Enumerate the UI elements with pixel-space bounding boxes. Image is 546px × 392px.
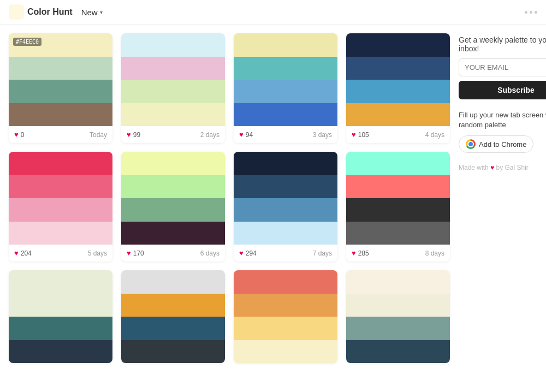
color-strip-1 [346,294,450,317]
nav-new[interactable]: New ▾ [81,8,103,17]
newsletter-title: Get a weekly palette to your inbox! [459,35,546,53]
color-strip-1 [234,57,337,80]
palette-card[interactable] [121,270,225,363]
heart-icon: ♥ [352,249,356,257]
color-strip-0 [9,152,112,175]
heart-icon: ♥ [352,130,356,139]
header: 👑 Color Hunt New ▾ [0,0,546,25]
heart-icon: ♥ [14,249,19,257]
color-strip-1 [234,294,337,317]
likes-count: 204 [21,250,32,257]
palette-colors [346,152,450,245]
color-strip-2 [121,198,225,222]
heart-icon: ♥ [239,249,244,257]
likes-count: 0 [21,131,25,139]
chrome-section-title: Fill up your new tab screen with a rando… [459,110,546,130]
nav-new-label: New [81,8,98,17]
palette-card[interactable] [234,270,337,363]
color-strip-3 [234,222,337,245]
color-strip-0 [121,33,225,57]
color-strip-2 [346,198,450,222]
color-strip-2 [9,80,112,103]
dot-3 [535,11,537,14]
likes-count: 94 [246,131,253,139]
color-strip-2 [121,317,225,340]
palette-date: 6 days [200,250,219,257]
add-to-chrome-button[interactable]: Add to Chrome [459,135,533,153]
palette-likes: ♥105 [352,130,369,139]
chrome-btn-label: Add to Chrome [479,140,526,149]
palette-card[interactable]: ♥2858 days [346,152,450,262]
color-strip-0 [346,270,450,294]
color-strip-3 [121,103,225,127]
logo-area[interactable]: 👑 Color Hunt [9,4,73,20]
palette-date: 5 days [88,250,107,257]
palette-colors [121,270,225,363]
color-strip-2 [346,317,450,340]
color-strip-0 [346,152,450,175]
palette-card[interactable]: ♥992 days [121,33,225,143]
palette-meta: ♥943 days [234,126,337,143]
palette-date: 8 days [425,250,444,257]
email-input[interactable] [459,58,546,76]
heart-icon: ♥ [127,249,131,257]
header-dots [525,11,537,14]
color-strip-1 [9,294,112,317]
palette-colors [234,270,337,363]
color-strip-1 [9,57,112,80]
palette-meta: ♥1706 days [121,245,225,262]
footer-text: Made with ♥ by Gal Shir [459,164,546,171]
palette-card[interactable]: ♥2947 days [234,152,337,262]
palette-likes: ♥285 [352,249,369,257]
color-strip-2 [234,198,337,222]
color-strip-3 [9,222,112,245]
palette-date: Today [90,131,107,139]
color-strip-2 [9,198,112,222]
palette-meta: ♥992 days [121,126,225,143]
dot-2 [530,11,532,14]
color-strip-2 [9,317,112,340]
palette-colors [9,270,112,363]
heart-icon: ♥ [239,130,244,139]
color-strip-2 [346,80,450,103]
color-strip-0 [9,270,112,294]
palette-likes: ♥99 [127,130,140,139]
color-strip-3 [234,340,337,364]
palette-date: 3 days [313,131,332,139]
likes-count: 170 [133,250,144,257]
palette-card[interactable]: ♥2045 days [9,152,112,262]
color-strip-2 [121,80,225,103]
likes-count: 99 [133,131,140,139]
color-strip-1 [9,175,112,199]
logo-icon: 👑 [9,4,24,20]
palette-meta: ♥2045 days [9,245,112,262]
palette-card[interactable]: ♥1054 days [346,33,450,143]
hex-badge: #F4EEC0 [13,38,41,46]
likes-count: 285 [358,250,369,257]
palette-meta: ♥0Today [9,126,112,143]
heart-icon: ♥ [127,130,131,139]
palette-grid: #F4EEC0♥0Today♥992 days♥943 days♥1054 da… [9,33,450,363]
color-strip-2 [234,80,337,103]
subscribe-button[interactable]: Subscribe [459,81,546,99]
palette-card[interactable] [346,270,450,363]
heart-icon: ♥ [490,164,494,171]
palette-card[interactable]: ♥943 days [234,33,337,143]
palette-card[interactable]: #F4EEC0♥0Today [9,33,112,143]
palette-likes: ♥0 [14,130,24,139]
color-strip-0 [234,33,337,57]
color-strip-1 [121,57,225,80]
palette-date: 2 days [200,131,219,139]
palette-meta: ♥1054 days [346,126,450,143]
palette-likes: ♥294 [239,249,257,257]
color-strip-2 [234,317,337,340]
palette-card[interactable] [9,270,112,363]
main-layout: #F4EEC0♥0Today♥992 days♥943 days♥1054 da… [0,25,546,372]
palette-likes: ♥170 [127,249,144,257]
color-strip-1 [346,175,450,199]
color-strip-1 [121,294,225,317]
likes-count: 105 [358,131,369,139]
color-strip-3 [346,103,450,127]
palette-card[interactable]: ♥1706 days [121,152,225,262]
palette-meta: ♥2947 days [234,245,337,262]
